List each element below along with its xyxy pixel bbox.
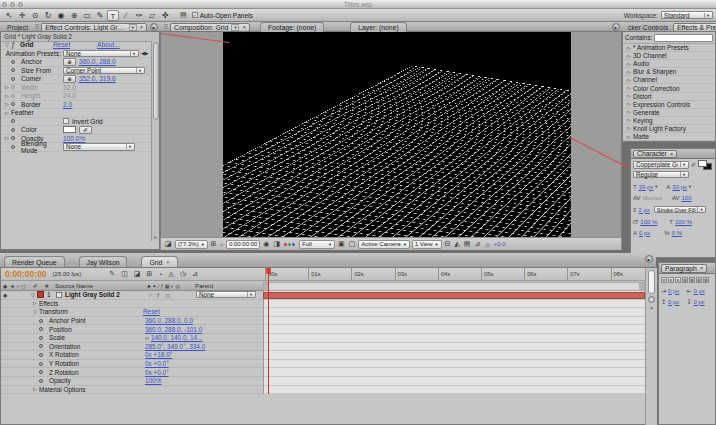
rotation-tool[interactable]: ↻ [42, 10, 54, 21]
roi-icon[interactable]: ▣ [338, 240, 345, 248]
tab-character[interactable]: Character × [633, 150, 677, 158]
fast-previews-icon[interactable]: ◭ [454, 240, 459, 248]
effects-category-item[interactable]: ▷ Distort [623, 93, 715, 101]
space-after-value[interactable]: 0 px [693, 299, 704, 305]
twirl-closed-icon[interactable]: ▷ [625, 125, 633, 131]
stopwatch-icon[interactable] [11, 145, 21, 149]
effects-category-item[interactable]: ▷ Blur & Sharpen [623, 68, 715, 76]
layer-duration-bar[interactable] [263, 292, 645, 299]
justify-last-left-button[interactable]: ≡ [682, 277, 688, 283]
fill-color-swatch[interactable] [698, 160, 707, 167]
pen-tool[interactable]: ✎ [94, 10, 106, 21]
twirl-closed-icon[interactable]: ▷ [3, 101, 11, 107]
twirl-closed-icon[interactable]: ▷ [31, 386, 39, 392]
timeline-tab[interactable]: Jay Wilson [79, 256, 128, 267]
twirl-closed-icon[interactable]: ▷ [625, 134, 633, 140]
effects-category-item[interactable]: ▷ Keying [623, 117, 715, 125]
align-right-button[interactable]: ≡ [675, 277, 681, 283]
exposure-icon[interactable]: ☼ [484, 241, 490, 248]
selection-tool[interactable]: ↖ [3, 10, 15, 21]
twirl-closed-icon[interactable]: ▷ [31, 300, 39, 306]
twirl-closed-icon[interactable]: ▷ [3, 110, 11, 116]
stroke-width-value[interactable]: 2 px [639, 207, 650, 213]
font-family-select[interactable]: Copperplate Got ▼ [633, 161, 689, 169]
property-row[interactable]: X Rotation 0x +18.0° [1, 351, 263, 360]
camera-select[interactable]: Active Camera ▼ [358, 240, 409, 249]
work-area-end-handle[interactable] [639, 283, 644, 290]
stopwatch-icon[interactable] [11, 102, 21, 106]
safe-zones-icon[interactable]: ⊞ [211, 240, 217, 248]
timeline-vertical-scrollbar[interactable] [648, 270, 655, 294]
reset-link[interactable]: Reset [53, 41, 97, 48]
twirl-closed-icon[interactable]: ▷ [625, 109, 633, 115]
effects-category-item[interactable]: ▷ Matte [623, 133, 715, 141]
timeline-button-icon[interactable]: ▤ [464, 240, 471, 248]
twirl-closed-icon[interactable]: ▷ [625, 77, 633, 83]
stopwatch-icon[interactable] [39, 327, 49, 331]
current-timecode[interactable]: 0:00:00:00 [5, 269, 47, 279]
anchor-value[interactable]: 360.0, 288.0 [79, 58, 116, 65]
indent-right-value[interactable]: 0 px [693, 288, 704, 294]
twirl-open-icon[interactable]: ▽ [3, 42, 11, 48]
view-layout-select[interactable]: 1 View ▼ [412, 240, 442, 249]
mask-tool[interactable]: ▭ [81, 10, 93, 21]
property-row[interactable]: Opacity 100% [1, 377, 263, 386]
parent-select[interactable]: None ▼ [196, 291, 256, 298]
mask-visibility-icon[interactable]: ▫ [220, 241, 222, 248]
property-value[interactable]: 140.0, 140.0, 14... [151, 334, 203, 341]
corner-value[interactable]: 352.0, 319.6 [79, 75, 116, 82]
effect-switch-icon[interactable]: ƒ [157, 292, 160, 298]
baseline-shift-value[interactable]: 0 px [639, 230, 650, 236]
align-left-button[interactable]: ≡ [661, 277, 667, 283]
twirl-closed-icon[interactable]: ▷ [3, 84, 11, 90]
close-icon[interactable]: × [242, 24, 246, 30]
stopwatch-icon[interactable] [11, 136, 21, 140]
brush-tool[interactable]: ∕ [120, 10, 132, 21]
timeline-tab[interactable]: Render Queue [4, 256, 65, 267]
effects-category-item[interactable]: ▷ * Animation Presets [623, 44, 715, 52]
tsume-value[interactable]: 0 % [672, 230, 682, 236]
twirl-closed-icon[interactable]: ▷ [625, 69, 633, 75]
timeline-tab[interactable]: Grid × [141, 256, 177, 267]
stopwatch-icon[interactable] [39, 344, 49, 348]
effects-category-item[interactable]: ▷ Channel [623, 76, 715, 84]
tab-tracker-controls[interactable]: cker Controls [623, 23, 673, 32]
channels-icon[interactable] [284, 243, 296, 246]
tab-footage[interactable]: Footage: (none) [260, 22, 324, 33]
stopwatch-icon[interactable] [11, 68, 21, 72]
snapshot-icon[interactable]: ◉ [263, 240, 269, 248]
material-options-row[interactable]: ▷ Material Options [1, 386, 263, 395]
effect-grid-header-row[interactable]: ▽ ƒ Grid Reset About... [1, 41, 151, 50]
align-center-button[interactable]: ≡ [668, 277, 674, 283]
about-link[interactable]: About... [97, 41, 120, 48]
stopwatch-icon[interactable] [11, 85, 21, 89]
graph-editor-icon[interactable]: ⊿ [192, 270, 198, 278]
layer-row[interactable]: ◉ ▽ 1 Light Gray Solid 2 ∕ƒ◻ None ▼ [1, 291, 263, 300]
new-document-icon[interactable]: ▤ [180, 11, 187, 19]
puppet-pin-tool[interactable]: ✜ [159, 10, 171, 21]
tab-paragraph[interactable]: Paragraph × [661, 264, 707, 273]
always-preview-icon[interactable]: ◪ [165, 240, 172, 248]
exposure-value[interactable]: +0.0 [494, 241, 506, 247]
size-from-select[interactable]: Corner Point ▼ [63, 67, 145, 75]
composition-panel-menu-button[interactable]: ▶ [612, 23, 620, 31]
tab-dropdown-icon[interactable]: ▼ [129, 24, 137, 31]
invert-grid-checkbox[interactable] [63, 118, 69, 124]
vertical-scale-value[interactable]: 100 % [640, 219, 657, 225]
effects-category-item[interactable]: ▷ Expression Controls [623, 101, 715, 109]
contains-input[interactable] [654, 34, 713, 42]
justify-last-right-button[interactable]: ≡ [696, 277, 702, 283]
stopwatch-icon[interactable] [11, 119, 21, 123]
current-time-indicator[interactable] [268, 268, 269, 394]
twirl-closed-icon[interactable]: ▷ [625, 45, 633, 51]
property-row[interactable]: Anchor Point 360.0, 288.0, 0.0 [1, 317, 263, 326]
tab-effect-controls[interactable]: Effect Controls: Light Gray Solid 2 ▼ × [41, 23, 147, 32]
close-icon[interactable]: × [670, 151, 674, 157]
property-row[interactable]: Scale ∞ 140.0, 140.0, 14... [1, 334, 263, 343]
auto-keyframe-icon[interactable]: ◷ [180, 270, 186, 278]
effects-category-item[interactable]: ▷ Knoll Light Factory [623, 125, 715, 133]
workspace-select[interactable]: Standard ▼ [661, 11, 713, 19]
twirl-closed-icon[interactable]: ▷ [625, 85, 633, 91]
property-value[interactable]: 0x +18.0° [145, 351, 172, 358]
blending-mode-select[interactable]: None ▼ [63, 143, 135, 151]
